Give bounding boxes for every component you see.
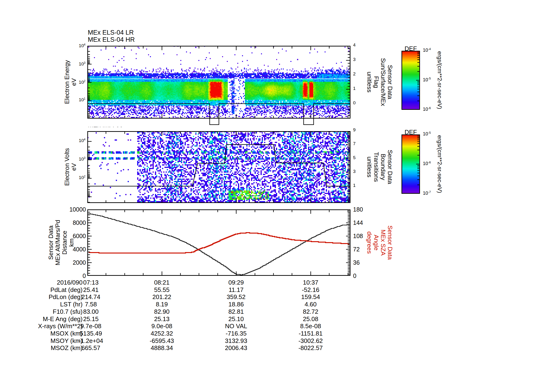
table-cell: 665.57 bbox=[65, 344, 117, 352]
sza-right-axis-title: Sensor Data MEx SZA Angle degrees bbox=[366, 226, 394, 260]
ima-right-tick-label: 5 bbox=[353, 155, 356, 160]
ima-right-axis-title: Sensor Data Boundary Transitions unitles… bbox=[366, 150, 394, 184]
els-title-line2: MEx ELS-04 HR bbox=[88, 36, 135, 43]
table-cell: -1151.81 bbox=[285, 330, 337, 337]
xy-right-tick-label: 108 bbox=[353, 233, 363, 240]
xy-right-tick-label: 72 bbox=[353, 246, 360, 253]
colorbar2-tick-label: 10-7 bbox=[423, 190, 431, 196]
els-right-tick-label: 4 bbox=[353, 43, 356, 48]
table-cell: 3132.93 bbox=[210, 337, 262, 345]
table-cell: 7.58 bbox=[65, 301, 117, 308]
els-right-tick-label: 0 bbox=[353, 100, 356, 106]
els-y-tick-label: 101 bbox=[50, 97, 85, 102]
ima-y-tick-label: 102 bbox=[50, 175, 85, 180]
cdaweb-plot-page: MEx ELS-04 LR MEx ELS-04 HR MEx IMA-00 E… bbox=[0, 0, 555, 392]
ima-right-tick-label: 1 bbox=[353, 183, 356, 188]
table-cell: 8.5e-08 bbox=[285, 322, 337, 330]
table-cell: 159.54 bbox=[285, 293, 337, 301]
table-cell: 9.7e-08 bbox=[65, 322, 117, 330]
x-tick-time-label: 07:13 bbox=[65, 279, 117, 286]
ima-y-tick-label: 104 bbox=[50, 138, 85, 143]
table-cell: 5135.49 bbox=[65, 330, 117, 337]
els-y-tick-label: 103 bbox=[50, 61, 85, 67]
colorbar1-tick-label: 10-6 bbox=[423, 107, 431, 112]
els-spectrogram-canvas bbox=[87, 46, 351, 127]
table-cell: 2006.43 bbox=[210, 344, 262, 352]
table-cell: 82.72 bbox=[285, 308, 337, 315]
x-tick-time-label: 09:29 bbox=[210, 279, 262, 286]
x-tick-time-label: 08:21 bbox=[136, 279, 188, 286]
table-cell: 18.86 bbox=[210, 301, 262, 308]
ima-spectrogram-canvas bbox=[87, 131, 351, 203]
table-cell: 82.90 bbox=[136, 308, 188, 315]
xy-y-tick-label: 8000 bbox=[50, 219, 86, 226]
els-right-axis-title: Sensor Data Sun/Surface/MEx Flag unitles… bbox=[366, 58, 394, 106]
table-cell: -716.35 bbox=[210, 330, 262, 337]
xy-right-tick-label: 180 bbox=[353, 206, 363, 213]
table-cell: 82.81 bbox=[210, 308, 262, 315]
table-cell: 11.17 bbox=[210, 286, 262, 294]
xy-y-tick-label: 4000 bbox=[50, 246, 86, 253]
colorbar1-tick-label: 10-4 bbox=[423, 47, 431, 53]
table-cell: 9.0e-08 bbox=[136, 322, 188, 330]
table-cell: 25.15 bbox=[65, 315, 117, 323]
xy-y-tick-label: 10000 bbox=[50, 206, 86, 213]
els-y-tick-label: 104 bbox=[50, 43, 85, 48]
table-cell: 25.41 bbox=[65, 286, 117, 294]
table-cell: 4888.34 bbox=[136, 344, 188, 352]
colorbar1-tick-label: 10-5 bbox=[423, 77, 431, 83]
xy-right-tick-label: 36 bbox=[353, 259, 360, 266]
colorbar2-unit-label: ergs/(cm**2-sr-sec-eV) bbox=[436, 135, 443, 193]
table-cell: -6595.43 bbox=[136, 337, 188, 345]
els-right-tick-label: 3 bbox=[353, 57, 356, 62]
ima-right-tick-label: 3 bbox=[353, 169, 356, 174]
table-cell: 55.55 bbox=[136, 286, 188, 294]
ima-right-tick-label: 9 bbox=[353, 127, 356, 133]
table-cell: 25.13 bbox=[136, 315, 188, 323]
table-cell: -8022.57 bbox=[285, 344, 337, 352]
els-title-line1: MEx ELS-04 LR bbox=[88, 29, 134, 36]
els-y-tick-label: 102 bbox=[50, 80, 85, 85]
altitude-sza-plot-canvas bbox=[87, 209, 351, 276]
ima-right-tick-label: 7 bbox=[353, 141, 356, 146]
ima-y-tick-label: 103 bbox=[50, 157, 85, 162]
els-right-tick-label: 2 bbox=[353, 71, 356, 77]
table-cell: NO VAL bbox=[210, 322, 262, 330]
xy-y-tick-label: 2000 bbox=[50, 259, 86, 266]
xy-y-tick-label: 6000 bbox=[50, 233, 86, 240]
colorbar1-unit-label: ergs/(cm**2-sr-sec-eV) bbox=[436, 51, 443, 109]
table-cell: 83.00 bbox=[65, 308, 117, 315]
table-cell: 201.22 bbox=[136, 293, 188, 301]
xy-y-axis-title: Sensor Data MEx Alt/Mars/Pd Distance km bbox=[47, 220, 75, 265]
table-cell: -52.16 bbox=[285, 286, 337, 294]
xy-y-tick-label: 0 bbox=[50, 272, 86, 279]
x-tick-time-label: 10:37 bbox=[285, 279, 337, 286]
xy-right-tick-label: 0 bbox=[353, 272, 356, 279]
table-cell: 214.74 bbox=[65, 293, 117, 301]
colorbar2-tick-label: 10-5 bbox=[423, 131, 431, 137]
xy-right-tick-label: 144 bbox=[353, 219, 363, 226]
table-cell: 4.60 bbox=[285, 301, 337, 308]
table-cell: 359.52 bbox=[210, 293, 262, 301]
table-cell: 8.19 bbox=[136, 301, 188, 308]
table-cell: -1.2e+04 bbox=[65, 337, 117, 345]
table-cell: 4252.32 bbox=[136, 330, 188, 337]
colorbar2-tick-label: 10-6 bbox=[423, 161, 431, 166]
table-cell: 25.08 bbox=[285, 315, 337, 323]
colorbar1-gradient bbox=[402, 51, 420, 110]
table-cell: 25.10 bbox=[210, 315, 262, 323]
colorbar2-gradient bbox=[402, 135, 420, 194]
els-right-tick-label: 1 bbox=[353, 86, 356, 91]
table-cell: -3002.62 bbox=[285, 337, 337, 345]
